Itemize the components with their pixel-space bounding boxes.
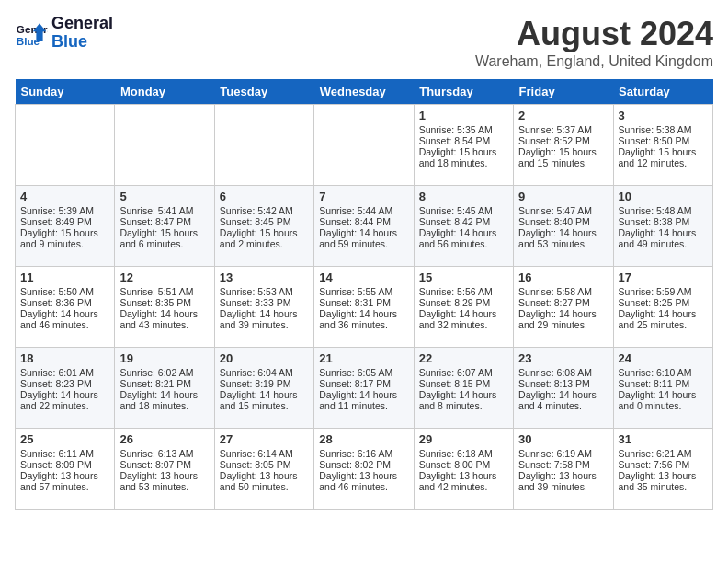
day-number: 4 (20, 190, 109, 203)
day-info: and 46 minutes. (20, 319, 109, 330)
day-info: Daylight: 14 hours (20, 389, 109, 400)
day-info: Daylight: 15 hours (119, 227, 209, 238)
week-row-5: 25Sunrise: 6:11 AMSunset: 8:09 PMDayligh… (16, 429, 713, 510)
day-info: and 22 minutes. (20, 400, 109, 411)
day-info: and 29 minutes. (518, 319, 608, 330)
day-cell-3: 3Sunrise: 5:38 AMSunset: 8:50 PMDaylight… (613, 105, 712, 186)
day-info: and 49 minutes. (619, 238, 708, 249)
day-info: Sunrise: 5:38 AM (619, 124, 708, 135)
day-info: Daylight: 14 hours (619, 308, 708, 319)
day-info: and 39 minutes. (220, 319, 309, 330)
day-cell-4: 4Sunrise: 5:39 AMSunset: 8:49 PMDaylight… (16, 186, 115, 267)
day-number: 28 (319, 432, 408, 446)
day-info: Daylight: 14 hours (319, 389, 408, 400)
week-row-1: 1Sunrise: 5:35 AMSunset: 8:54 PMDaylight… (16, 105, 713, 186)
day-info: Daylight: 14 hours (419, 308, 508, 319)
day-info: Sunset: 8:44 PM (319, 216, 408, 227)
col-header-saturday: Saturday (613, 79, 712, 105)
day-cell-9: 9Sunrise: 5:47 AMSunset: 8:40 PMDaylight… (514, 186, 613, 267)
day-info: Sunrise: 5:42 AM (220, 205, 309, 216)
day-cell-16: 16Sunrise: 5:58 AMSunset: 8:27 PMDayligh… (514, 267, 613, 348)
day-info: Sunrise: 6:19 AM (518, 448, 608, 459)
day-info: and 56 minutes. (419, 238, 508, 249)
day-number: 3 (619, 109, 708, 122)
day-info: Sunset: 8:40 PM (518, 216, 608, 227)
calendar-header: SundayMondayTuesdayWednesdayThursdayFrid… (16, 79, 713, 105)
day-info: Sunrise: 5:55 AM (319, 286, 408, 297)
day-info: Daylight: 14 hours (119, 308, 209, 319)
day-info: Sunset: 8:49 PM (20, 216, 109, 227)
day-cell-22: 22Sunrise: 6:07 AMSunset: 8:15 PMDayligh… (414, 348, 513, 429)
day-info: and 2 minutes. (220, 238, 309, 249)
day-cell-27: 27Sunrise: 6:14 AMSunset: 8:05 PMDayligh… (214, 429, 313, 510)
day-info: Sunset: 8:42 PM (419, 216, 508, 227)
day-info: and 6 minutes. (119, 238, 209, 249)
day-info: and 53 minutes. (518, 238, 608, 249)
day-cell-1: 1Sunrise: 5:35 AMSunset: 8:54 PMDaylight… (414, 105, 513, 186)
day-number: 7 (319, 190, 408, 203)
day-info: Daylight: 14 hours (518, 389, 608, 400)
day-info: and 59 minutes. (319, 238, 408, 249)
day-info: and 35 minutes. (619, 481, 708, 492)
day-info: Sunset: 8:21 PM (119, 378, 209, 389)
day-info: and 11 minutes. (319, 400, 408, 411)
day-cell-11: 11Sunrise: 5:50 AMSunset: 8:36 PMDayligh… (16, 267, 115, 348)
day-info: Sunset: 8:52 PM (518, 135, 608, 146)
day-cell-empty (115, 105, 214, 186)
day-number: 22 (419, 351, 508, 365)
day-info: Sunset: 8:11 PM (619, 378, 708, 389)
day-number: 29 (419, 432, 508, 446)
day-info: Sunset: 8:05 PM (220, 459, 309, 470)
day-info: Daylight: 14 hours (220, 389, 309, 400)
day-info: Sunrise: 6:21 AM (619, 448, 708, 459)
day-cell-15: 15Sunrise: 5:56 AMSunset: 8:29 PMDayligh… (414, 267, 513, 348)
day-info: Sunset: 8:15 PM (419, 378, 508, 389)
day-number: 14 (319, 270, 408, 284)
day-info: Sunrise: 6:08 AM (518, 367, 608, 378)
day-number: 19 (119, 351, 209, 365)
day-info: Sunrise: 6:01 AM (20, 367, 109, 378)
day-info: Sunset: 8:35 PM (119, 297, 209, 308)
day-info: Sunrise: 6:16 AM (319, 448, 408, 459)
week-row-4: 18Sunrise: 6:01 AMSunset: 8:23 PMDayligh… (16, 348, 713, 429)
col-header-monday: Monday (115, 79, 214, 105)
day-info: and 4 minutes. (518, 400, 608, 411)
day-cell-empty (314, 105, 414, 186)
day-cell-29: 29Sunrise: 6:18 AMSunset: 8:00 PMDayligh… (414, 429, 513, 510)
day-info: Sunrise: 6:07 AM (419, 367, 508, 378)
day-cell-25: 25Sunrise: 6:11 AMSunset: 8:09 PMDayligh… (16, 429, 115, 510)
day-info: Sunrise: 5:37 AM (518, 124, 608, 135)
day-number: 12 (119, 270, 209, 284)
day-info: Daylight: 15 hours (419, 146, 508, 157)
day-info: Sunset: 8:23 PM (20, 378, 109, 389)
day-number: 8 (419, 190, 508, 203)
day-cell-13: 13Sunrise: 5:53 AMSunset: 8:33 PMDayligh… (214, 267, 313, 348)
day-info: Daylight: 14 hours (619, 227, 708, 238)
day-info: Daylight: 14 hours (518, 227, 608, 238)
week-row-2: 4Sunrise: 5:39 AMSunset: 8:49 PMDaylight… (16, 186, 713, 267)
col-header-wednesday: Wednesday (314, 79, 414, 105)
day-info: Sunset: 8:50 PM (619, 135, 708, 146)
logo: General Blue General Blue (15, 15, 113, 52)
day-info: Daylight: 13 hours (220, 470, 309, 481)
day-info: and 18 minutes. (419, 157, 508, 168)
day-info: Daylight: 14 hours (319, 227, 408, 238)
day-info: and 39 minutes. (518, 481, 608, 492)
day-info: Daylight: 14 hours (119, 389, 209, 400)
day-cell-10: 10Sunrise: 5:48 AMSunset: 8:38 PMDayligh… (613, 186, 712, 267)
day-info: Sunrise: 5:51 AM (119, 286, 209, 297)
day-cell-24: 24Sunrise: 6:10 AMSunset: 8:11 PMDayligh… (613, 348, 712, 429)
day-info: Daylight: 13 hours (518, 470, 608, 481)
day-cell-6: 6Sunrise: 5:42 AMSunset: 8:45 PMDaylight… (214, 186, 313, 267)
day-number: 21 (319, 351, 408, 365)
day-number: 27 (220, 432, 309, 446)
day-number: 5 (119, 190, 209, 203)
day-number: 18 (20, 351, 109, 365)
day-info: Daylight: 13 hours (20, 470, 109, 481)
day-info: Sunset: 7:56 PM (619, 459, 708, 470)
day-info: Daylight: 13 hours (619, 470, 708, 481)
day-info: Sunrise: 6:14 AM (220, 448, 309, 459)
day-info: Daylight: 13 hours (119, 470, 209, 481)
day-cell-empty (16, 105, 115, 186)
day-info: and 53 minutes. (119, 481, 209, 492)
